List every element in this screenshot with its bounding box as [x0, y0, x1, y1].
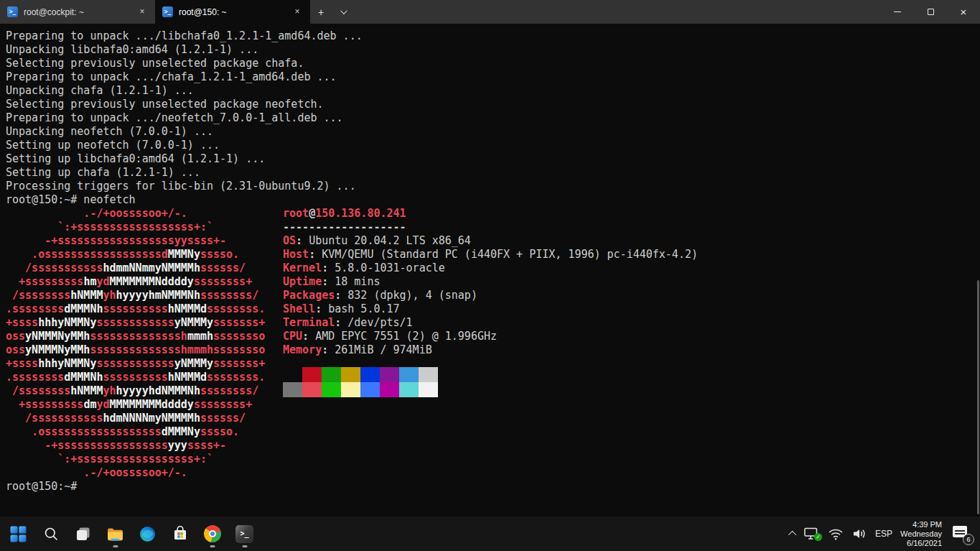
- color-swatch: [341, 382, 360, 397]
- neofetch-underline: -------------------: [283, 221, 698, 234]
- tab-root-150[interactable]: >_ root@150: ~ ×: [155, 0, 310, 24]
- taskbar-edge-button[interactable]: [134, 519, 162, 548]
- ascii-art-line: /ssssssssssshdmNNNNmyNMMMMhssssss/: [6, 412, 980, 425]
- green-status-badge: ✓: [814, 533, 822, 541]
- taskbar-store-button[interactable]: [166, 519, 195, 548]
- neofetch-info-entry: Terminal: /dev/pts/1: [283, 316, 698, 330]
- taskbar-chrome-button[interactable]: [198, 519, 227, 548]
- tab-title: root@cockpit: ~: [24, 7, 84, 17]
- color-swatch: [302, 367, 322, 382]
- language-indicator[interactable]: ESP: [875, 529, 892, 539]
- tab-dropdown-button[interactable]: [332, 0, 353, 24]
- color-swatch: [380, 367, 399, 382]
- tab-title: root@150: ~: [179, 7, 227, 17]
- color-swatch: [399, 367, 419, 382]
- taskbar-start-button[interactable]: [4, 519, 33, 548]
- clock-day: Wednesday: [900, 529, 942, 539]
- color-swatch: [322, 367, 341, 382]
- color-swatch: [302, 382, 322, 397]
- tab-root-cockpit[interactable]: >_ root@cockpit: ~ ×: [0, 0, 155, 24]
- terminal-tab-icon: >_: [162, 6, 173, 17]
- ascii-art-line: .ossssssssssssssssssdMMMNysssso.: [6, 425, 980, 439]
- taskbar-search-button[interactable]: [37, 519, 65, 548]
- tab-close-icon[interactable]: ×: [136, 6, 148, 18]
- neofetch-info: root@150.136.80.241-------------------OS…: [283, 207, 698, 357]
- ascii-art-line: +sssshhhyNMMNyssssssssssssyNMMMysssssss+: [6, 357, 980, 371]
- color-swatch: [283, 367, 302, 382]
- show-hidden-icons-button[interactable]: [790, 531, 796, 537]
- neofetch-info-entry: Kernel: 5.8.0-1031-oracle: [283, 261, 698, 275]
- neofetch-info-entry: Packages: 832 (dpkg), 4 (snap): [283, 289, 698, 302]
- terminal-viewport[interactable]: Preparing to unpack .../libchafa0_1.2.1-…: [0, 24, 980, 517]
- color-swatch: [322, 382, 341, 397]
- terminal-window: >_ root@cockpit: ~ × >_ root@150: ~ × + …: [0, 0, 980, 517]
- terminal-tab-icon: >_: [7, 6, 18, 17]
- display-status-icon[interactable]: ✓: [804, 527, 820, 541]
- terminal-output: Preparing to unpack .../libchafa0_1.2.1-…: [6, 29, 980, 207]
- neofetch-block: .-/+oossssoo+/-. `:+ssssssssssssssssss+:…: [6, 207, 980, 480]
- running-indicator: [113, 545, 118, 547]
- palette-row: [283, 367, 438, 382]
- chevron-down-icon: [340, 7, 347, 14]
- store-icon: [172, 525, 189, 542]
- search-icon: [42, 525, 60, 542]
- volume-icon[interactable]: [851, 527, 867, 540]
- minimize-icon: [894, 11, 901, 12]
- ascii-art-line: `:+ssssssssssssssssss+:`: [6, 453, 980, 466]
- notification-center-button[interactable]: 6: [953, 524, 973, 544]
- chrome-icon: [204, 525, 221, 542]
- color-swatch: [341, 367, 360, 382]
- system-tray: ✓ ESP 4:39 PM Wednesday 6/16/2021 6: [790, 520, 980, 548]
- terminal-scrollbar[interactable]: [977, 280, 979, 514]
- color-swatch: [419, 382, 438, 397]
- wifi-icon[interactable]: [828, 527, 844, 540]
- color-swatch: [419, 367, 438, 382]
- ascii-art-line: .ssssssssdMMMNhsssssssssshNMMMdssssssss.: [6, 371, 980, 384]
- neofetch-info-entry: Memory: 261MiB / 974MiB: [283, 343, 698, 357]
- taskbar-task-view-button[interactable]: [69, 519, 98, 548]
- running-indicator: [210, 545, 215, 547]
- restore-button[interactable]: [914, 0, 947, 24]
- tab-close-icon[interactable]: ×: [291, 6, 303, 18]
- windows-terminal-icon: >_: [235, 525, 253, 543]
- notification-count-badge: 6: [963, 534, 974, 545]
- color-swatch: [380, 382, 399, 397]
- color-swatch: [283, 382, 302, 397]
- titlebar[interactable]: >_ root@cockpit: ~ × >_ root@150: ~ × + …: [0, 0, 980, 24]
- shell-prompt: root@150:~#: [6, 480, 980, 494]
- window-controls: ×: [881, 0, 980, 24]
- neofetch-info-entry: Uptime: 18 mins: [283, 275, 698, 289]
- file-explorer-icon: [106, 525, 124, 543]
- close-button[interactable]: ×: [947, 0, 980, 24]
- neofetch-info-entry: Shell: bash 5.0.17: [283, 302, 698, 316]
- ascii-art-line: .-/+oossssoo+/-.: [6, 466, 980, 480]
- restore-icon: [928, 9, 934, 15]
- chevron-up-icon: [788, 531, 796, 539]
- color-swatch: [360, 382, 380, 397]
- palette-row: [283, 382, 438, 397]
- taskbar-apps: >_: [0, 519, 261, 548]
- ascii-art-line: /sssssssshNMMMyhhyyyyhdNMMMNhssssssss/: [6, 384, 980, 398]
- taskbar: >_ ✓ ESP 4:39 PM Wednesday 6/16/2021: [0, 517, 980, 551]
- edge-icon: [139, 525, 157, 543]
- ascii-art-line: -+sssssssssssssssssyyyssss+-: [6, 439, 980, 453]
- clock-time: 4:39 PM: [900, 520, 942, 529]
- neofetch-title: root@150.136.80.241: [283, 207, 698, 221]
- running-indicator: [242, 545, 247, 547]
- taskbar-clock[interactable]: 4:39 PM Wednesday 6/16/2021: [900, 520, 942, 548]
- clock-date: 6/16/2021: [900, 539, 942, 548]
- minimize-button[interactable]: [881, 0, 914, 24]
- color-swatch: [399, 382, 419, 397]
- new-tab-button[interactable]: +: [310, 0, 332, 24]
- neofetch-palette: [283, 367, 438, 397]
- taskbar-terminal-button[interactable]: >_: [230, 519, 259, 548]
- start-icon: [9, 525, 27, 543]
- color-swatch: [360, 367, 380, 382]
- neofetch-info-entry: OS: Ubuntu 20.04.2 LTS x86_64: [283, 234, 698, 248]
- neofetch-info-entry: CPU: AMD EPYC 7551 (2) @ 1.996GHz: [283, 330, 698, 343]
- ascii-art-line: +sssssssssdmydMMMMMMMMddddyssssssss+: [6, 398, 980, 412]
- taskbar-file-explorer-button[interactable]: [101, 519, 130, 548]
- task-view-icon: [75, 525, 92, 542]
- neofetch-info-entry: Host: KVM/QEMU (Standard PC (i440FX + PI…: [283, 248, 698, 261]
